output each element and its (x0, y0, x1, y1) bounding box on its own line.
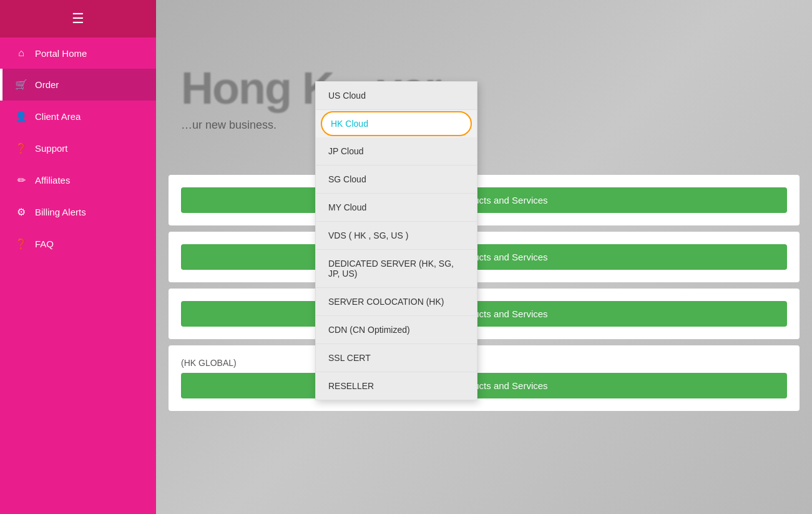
dropdown-item-reseller[interactable]: RESELLER (316, 372, 477, 400)
billing-icon: ⚙ (15, 206, 27, 218)
client-icon: 👤 (15, 111, 27, 122)
support-icon: ❓ (15, 142, 27, 154)
dropdown-item-cdn[interactable]: CDN (CN Optimized) (316, 316, 477, 344)
sidebar-label-client-area: Client Area (35, 111, 81, 122)
sidebar-label-billing-alerts: Billing Alerts (35, 207, 86, 217)
sidebar-item-order[interactable]: 🛒 Order (0, 69, 156, 101)
order-dropdown: US Cloud HK Cloud JP Cloud SG Cloud MY C… (315, 81, 477, 400)
card4-label: (HK GLOBAL) (181, 358, 237, 368)
dropdown-item-ssl-cert[interactable]: SSL CERT (316, 344, 477, 372)
sidebar-label-portal-home: Portal Home (35, 48, 87, 59)
card-1: Browse Products and Services (169, 175, 800, 225)
sidebar-item-affiliates[interactable]: ✏ Affiliates (0, 164, 156, 196)
dropdown-item-vds[interactable]: VDS ( HK , SG, US ) (316, 222, 477, 250)
browse-btn-4[interactable]: Browse Products and Services (181, 373, 787, 398)
sidebar-label-order: Order (35, 79, 59, 90)
sidebar-nav: ⌂ Portal Home 🛒 Order 👤 Client Area ❓ Su… (0, 37, 156, 260)
home-icon: ⌂ (15, 47, 27, 59)
sidebar-item-billing-alerts[interactable]: ⚙ Billing Alerts (0, 196, 156, 228)
sidebar-item-support[interactable]: ❓ Support (0, 132, 156, 164)
sidebar-item-faq[interactable]: ❓ FAQ (0, 228, 156, 260)
affiliates-icon: ✏ (15, 174, 27, 186)
dropdown-item-jp-cloud[interactable]: JP Cloud (316, 137, 477, 166)
sidebar-label-affiliates: Affiliates (35, 175, 70, 185)
browse-btn-1[interactable]: Browse Products and Services (181, 187, 787, 213)
dropdown-item-us-cloud[interactable]: US Cloud (316, 82, 477, 110)
sidebar-header: ☰ (0, 0, 156, 37)
content-overlay: Browse Products and Services Browse Prod… (156, 175, 812, 514)
faq-icon: ❓ (15, 238, 27, 250)
dropdown-item-server-colocation[interactable]: SERVER COLOCATION (HK) (316, 288, 477, 316)
card-4: (HK GLOBAL) Browse Products and Services (169, 345, 800, 411)
dropdown-item-my-cloud[interactable]: MY Cloud (316, 194, 477, 222)
dropdown-item-sg-cloud[interactable]: SG Cloud (316, 166, 477, 194)
browse-btn-2[interactable]: Browse Products and Services (181, 244, 787, 270)
page-subtitle-background: …ur new business. (156, 119, 276, 132)
dropdown-item-dedicated-server[interactable]: DEDICATED SERVER (HK, SG, JP, US) (316, 250, 477, 288)
sidebar: ☰ ⌂ Portal Home 🛒 Order 👤 Client Area ❓ … (0, 0, 156, 514)
sidebar-item-client-area[interactable]: 👤 Client Area (0, 101, 156, 132)
sidebar-label-faq: FAQ (35, 239, 54, 249)
order-icon: 🛒 (15, 79, 27, 91)
card-2: Browse Products and Services (169, 232, 800, 282)
hamburger-icon[interactable]: ☰ (72, 11, 84, 27)
dropdown-item-hk-cloud[interactable]: HK Cloud (321, 111, 472, 136)
card-3: Browse Products and Services (169, 289, 800, 339)
browse-btn-3[interactable]: Browse Products and Services (181, 301, 787, 327)
sidebar-label-support: Support (35, 143, 68, 154)
sidebar-item-portal-home[interactable]: ⌂ Portal Home (0, 37, 156, 69)
main-content: Hong K…ver …ur new business. Browse Prod… (156, 0, 812, 514)
